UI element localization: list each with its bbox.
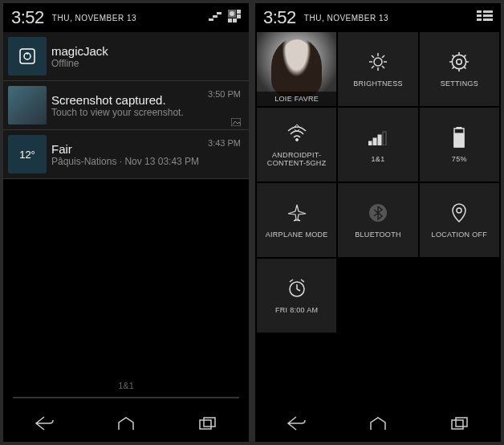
svg-rect-32 xyxy=(368,141,372,145)
tile-label: LOCATION OFF xyxy=(432,231,487,239)
home-button[interactable] xyxy=(350,411,406,435)
notification-item[interactable]: 12° Fair Pâquis-Nations · Nov 13 03:43 P… xyxy=(3,130,249,179)
svg-rect-19 xyxy=(483,18,493,21)
notification-shade-screen: 3:52 THU, NOVEMBER 13 magicJack Offline … xyxy=(3,3,249,442)
svg-rect-0 xyxy=(217,12,222,14)
bluetooth-tile[interactable]: BLUETOOTH xyxy=(338,183,417,257)
svg-point-4 xyxy=(230,11,234,16)
svg-point-30 xyxy=(453,55,466,68)
stairs-icon xyxy=(209,10,222,25)
clock: 3:52 xyxy=(11,7,44,28)
svg-point-20 xyxy=(374,58,382,66)
svg-rect-9 xyxy=(20,49,35,63)
tile-label: ANDROIDPIT-CONTENT-5GHZ xyxy=(257,151,336,167)
tile-label: BLUETOOTH xyxy=(355,231,401,239)
svg-line-43 xyxy=(297,289,300,291)
picture-icon xyxy=(231,115,241,123)
notification-subtitle: Offline xyxy=(51,58,249,69)
recents-button[interactable] xyxy=(432,411,488,435)
home-button[interactable] xyxy=(98,411,154,435)
notification-item[interactable]: magicJack Offline xyxy=(3,32,249,81)
svg-rect-46 xyxy=(452,420,463,429)
svg-rect-13 xyxy=(204,418,215,427)
notification-subtitle: Pâquis-Nations · Nov 13 03:43 PM xyxy=(51,156,249,167)
gear-icon xyxy=(448,51,470,73)
svg-line-26 xyxy=(382,66,384,68)
svg-line-28 xyxy=(382,55,384,58)
svg-rect-35 xyxy=(383,132,386,145)
svg-rect-34 xyxy=(378,135,381,145)
svg-rect-14 xyxy=(477,10,482,13)
notification-subtitle: Touch to view your screenshot. xyxy=(51,107,249,118)
svg-line-45 xyxy=(301,280,304,282)
svg-point-31 xyxy=(295,139,298,141)
svg-rect-17 xyxy=(483,14,493,17)
brightness-icon xyxy=(367,51,389,73)
notification-title: magicJack xyxy=(51,44,249,58)
svg-rect-8 xyxy=(233,18,237,22)
quick-settings-screen: 3:52 THU, NOVEMBER 13 LOIE FAVRE BRIGHTN… xyxy=(255,3,501,442)
notification-item[interactable]: Screenshot captured. Touch to view your … xyxy=(3,81,249,130)
shade-handle[interactable] xyxy=(13,397,239,398)
svg-rect-2 xyxy=(209,18,213,21)
svg-rect-6 xyxy=(237,14,241,18)
svg-rect-33 xyxy=(373,138,376,145)
svg-line-25 xyxy=(372,55,374,58)
svg-rect-16 xyxy=(477,14,482,17)
nav-bar xyxy=(255,405,501,442)
svg-rect-38 xyxy=(454,133,464,147)
brightness-tile[interactable]: BRIGHTNESS xyxy=(338,32,417,106)
carrier-label: 1&1 xyxy=(3,374,249,397)
signal-icon xyxy=(367,126,389,149)
tile-label: 75% xyxy=(452,155,467,163)
status-bar: 3:52 THU, NOVEMBER 13 xyxy=(255,3,501,32)
svg-rect-47 xyxy=(456,418,467,427)
notification-time: 3:50 PM xyxy=(208,89,241,99)
bluetooth-icon xyxy=(367,202,389,224)
wifi-icon xyxy=(286,122,308,145)
svg-rect-18 xyxy=(477,18,482,21)
back-button[interactable] xyxy=(16,411,72,435)
tile-label: FRI 8:00 AM xyxy=(275,306,318,314)
svg-rect-15 xyxy=(483,10,493,13)
clock: 3:52 xyxy=(263,7,296,28)
battery-icon xyxy=(448,126,470,149)
screenshot-thumb-icon xyxy=(8,86,47,125)
tile-label: AIRPLANE MODE xyxy=(266,231,328,239)
status-date: THU, NOVEMBER 13 xyxy=(304,14,388,22)
svg-rect-7 xyxy=(228,18,232,22)
location-icon xyxy=(448,202,470,224)
notification-list: magicJack Offline Screenshot captured. T… xyxy=(3,32,249,179)
tile-label: BRIGHTNESS xyxy=(353,80,403,88)
svg-line-44 xyxy=(290,280,293,282)
tile-label: 1&1 xyxy=(372,155,385,163)
wifi-tile[interactable]: ANDROIDPIT-CONTENT-5GHZ xyxy=(257,108,336,182)
settings-tile[interactable]: SETTINGS xyxy=(420,32,499,106)
airplane-tile[interactable]: AIRPLANE MODE xyxy=(257,183,336,257)
user-tile[interactable]: LOIE FAVRE xyxy=(257,32,336,106)
alarm-tile[interactable]: FRI 8:00 AM xyxy=(257,259,336,333)
tile-label: SETTINGS xyxy=(441,80,478,88)
magicjack-icon xyxy=(8,37,47,76)
nav-bar xyxy=(3,405,249,442)
notifications-icon[interactable] xyxy=(477,10,493,25)
svg-line-27 xyxy=(372,66,374,68)
status-date: THU, NOVEMBER 13 xyxy=(52,14,136,22)
quick-settings-grid: LOIE FAVRE BRIGHTNESS SETTINGS ANDROIDPI… xyxy=(255,32,501,333)
alarm-icon xyxy=(286,277,308,300)
weather-temp-icon: 12° xyxy=(8,135,47,174)
signal-tile[interactable]: 1&1 xyxy=(338,108,417,182)
svg-rect-12 xyxy=(200,420,211,429)
location-tile[interactable]: LOCATION OFF xyxy=(420,183,499,257)
notification-time: 3:43 PM xyxy=(208,138,241,148)
battery-tile[interactable]: 75% xyxy=(420,108,499,182)
back-button[interactable] xyxy=(268,411,324,435)
svg-point-29 xyxy=(457,59,462,65)
user-name: LOIE FAVRE xyxy=(257,92,336,106)
svg-rect-5 xyxy=(237,10,241,14)
recents-button[interactable] xyxy=(180,411,236,435)
svg-rect-1 xyxy=(213,15,217,18)
status-bar: 3:52 THU, NOVEMBER 13 xyxy=(3,3,249,32)
airplane-icon xyxy=(286,202,308,224)
quick-settings-icon[interactable] xyxy=(228,10,241,26)
